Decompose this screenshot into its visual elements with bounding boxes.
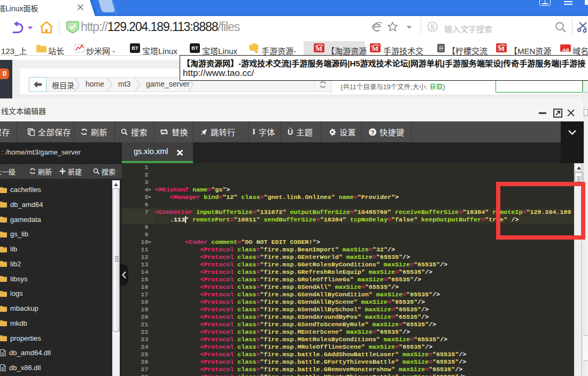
- svg-text:S: S: [430, 24, 435, 31]
